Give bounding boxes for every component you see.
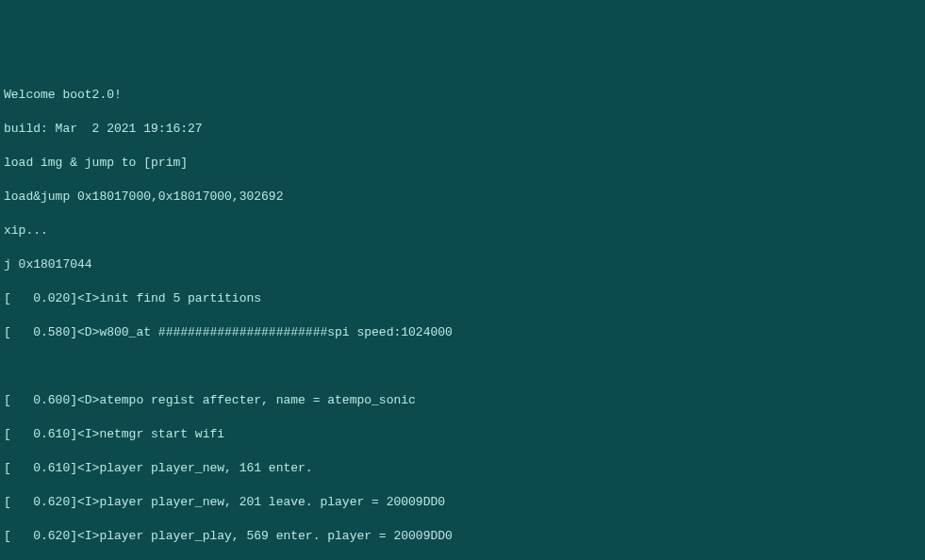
boot-load-img: load img & jump to [prim] [4,155,921,172]
boot-xip: xip... [4,222,921,239]
log-line: [ 0.020]<I>init find 5 partitions [4,290,921,307]
boot-welcome: Welcome boot2.0! [4,87,921,104]
log-line: [ 0.620]<I>player player_play, 569 enter… [4,528,921,545]
log-line: [ 0.610]<I>player player_new, 161 enter. [4,460,921,477]
boot-jump-addr: j 0x18017044 [4,256,921,273]
log-line: [ 0.620]<I>player player_new, 201 leave.… [4,494,921,511]
log-line [4,358,921,375]
terminal-output: Welcome boot2.0! build: Mar 2 2021 19:16… [4,70,921,560]
log-line: [ 0.600]<D>atempo regist affecter, name … [4,392,921,409]
boot-load-jump: load&jump 0x18017000,0x18017000,302692 [4,189,921,206]
boot-build: build: Mar 2 2021 19:16:27 [4,121,921,138]
log-line: [ 0.580]<D>w800_at #####################… [4,324,921,341]
log-line: [ 0.610]<I>netmgr start wifi [4,426,921,443]
